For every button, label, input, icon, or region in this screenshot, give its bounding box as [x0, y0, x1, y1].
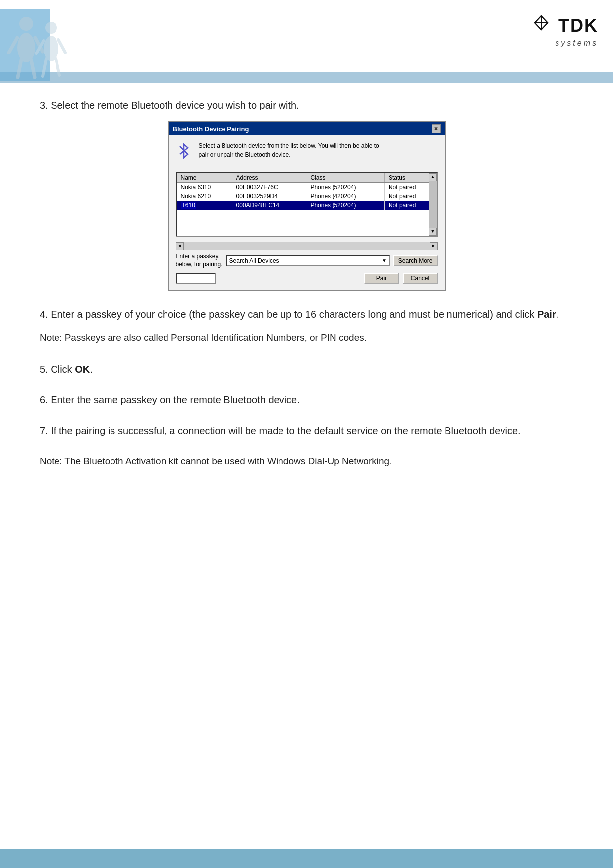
cell-col-1: 00E00327F76C — [232, 183, 306, 192]
step-6: 6. Enter the same passkey on the remote … — [40, 392, 573, 407]
step-3: 3. Select the remote Bluetooth device yo… — [40, 98, 573, 291]
cell-col-2: Phones (520204) — [306, 183, 385, 192]
svg-line-4 — [18, 60, 21, 77]
cell-col-0: Nokia 6210 — [177, 192, 232, 201]
scroll-up-button[interactable]: ▲ — [429, 173, 437, 181]
tdk-logo-icon — [527, 14, 556, 38]
svg-line-9 — [58, 40, 65, 53]
dialog-box-container: Bluetooth Device Pairing × — [168, 121, 446, 291]
dialog-close-button[interactable]: × — [432, 124, 441, 133]
step-4-number: 4. — [40, 309, 51, 320]
step-7-number: 7. — [40, 425, 51, 436]
search-more-button[interactable]: Search More — [393, 255, 438, 266]
tdk-logo: TDK — [527, 14, 598, 38]
step-6-number: 6. — [40, 394, 51, 405]
dialog-title-text: Bluetooth Device Pairing — [173, 125, 249, 133]
dialog-titlebar: Bluetooth Device Pairing × — [169, 122, 445, 135]
step-5-prefix: Click — [51, 364, 75, 375]
page-header: TDK systems — [0, 0, 613, 72]
cell-col-2: Phones (520204) — [306, 201, 385, 210]
table-row[interactable]: Nokia 631000E00327F76CPhones (520204)Not… — [177, 183, 437, 192]
col-name: Name — [177, 173, 232, 183]
cell-col-0: T610 — [177, 201, 232, 210]
step-4-note: Note: Passkeys are also called Personal … — [40, 330, 573, 345]
cell-col-2: Phones (420204) — [306, 192, 385, 201]
dialog-device-table[interactable]: Name Address Class Status Nokia 631000E0… — [176, 172, 438, 237]
col-class: Class — [306, 173, 385, 183]
svg-point-0 — [19, 17, 33, 31]
tdk-systems-text: systems — [555, 39, 598, 48]
device-list-table: Name Address Class Status Nokia 631000E0… — [177, 173, 437, 210]
pair-button[interactable]: Pair — [364, 273, 399, 284]
cell-col-1: 000AD948EC14 — [232, 201, 306, 210]
passkey-input[interactable] — [176, 273, 216, 284]
dropdown-arrow-icon: ▼ — [382, 258, 387, 263]
step-6-text: 6. Enter the same passkey on the remote … — [40, 392, 573, 407]
step-5: 5. Click OK. — [40, 362, 573, 377]
main-content: 3. Select the remote Bluetooth device yo… — [0, 98, 613, 469]
header-logo-right: TDK systems — [527, 9, 598, 48]
dialog-info-text: Select a Bluetooth device from the list … — [199, 141, 379, 159]
pair-btn-label: Pair — [376, 275, 387, 282]
scroll-down-button[interactable]: ▼ — [429, 228, 437, 236]
tdk-brand-text: TDK — [558, 15, 598, 36]
step-7-text: 7. If the pairing is successful, a conne… — [40, 423, 573, 438]
step-4-text: 4. Enter a passkey of your choice (the p… — [40, 307, 573, 322]
step-4: 4. Enter a passkey of your choice (the p… — [40, 307, 573, 345]
cancel-button[interactable]: Cancel — [403, 273, 438, 284]
bluetooth-dialog: Bluetooth Device Pairing × — [168, 121, 446, 291]
table-header-row: Name Address Class Status — [177, 173, 437, 183]
step-3-number: 3. — [40, 100, 51, 110]
scroll-right-button[interactable]: ► — [430, 242, 438, 250]
table-scrollbar-horizontal[interactable]: ◄ ► — [176, 242, 438, 250]
step-5-text: 5. Click OK. — [40, 362, 573, 377]
search-dropdown-text: Search All Devices — [229, 257, 279, 264]
bluetooth-icon — [176, 141, 194, 165]
col-address: Address — [232, 173, 306, 183]
svg-line-2 — [9, 38, 17, 53]
cancel-btn-label: Cancel — [411, 275, 429, 282]
table-scrollbar-vertical[interactable]: ▲ ▼ — [429, 173, 437, 236]
cell-col-1: 00E0032529D4 — [232, 192, 306, 201]
bottom-note: Note: The Bluetooth Activation kit canno… — [40, 454, 573, 469]
dialog-info-row: Select a Bluetooth device from the list … — [176, 141, 438, 165]
svg-line-5 — [31, 60, 35, 77]
header-figure-icon — [4, 13, 73, 80]
dialog-body: Select a Bluetooth device from the list … — [169, 135, 445, 290]
svg-line-10 — [43, 59, 46, 76]
step-7: 7. If the pairing is successful, a conne… — [40, 423, 573, 438]
step-5-bold: OK — [75, 364, 90, 375]
passkey-label: Enter a passkey,below, for pairing. — [176, 253, 223, 268]
cell-col-0: Nokia 6310 — [177, 183, 232, 192]
scroll-track — [184, 242, 430, 250]
scroll-left-button[interactable]: ◄ — [176, 242, 184, 250]
step-5-number: 5. — [40, 364, 51, 375]
table-row[interactable]: Nokia 621000E0032529D4Phones (420204)Not… — [177, 192, 437, 201]
header-logo-left — [0, 9, 99, 81]
dialog-controls-row1: Enter a passkey,below, for pairing. Sear… — [176, 253, 438, 268]
table-row[interactable]: T610000AD948EC14Phones (520204)Not paire… — [177, 201, 437, 210]
search-dropdown[interactable]: Search All Devices ▼ — [226, 255, 390, 266]
svg-line-11 — [56, 59, 59, 75]
step-3-text: 3. Select the remote Bluetooth device yo… — [40, 98, 573, 112]
dialog-controls-row2: Pair Cancel — [176, 272, 438, 284]
svg-point-1 — [17, 33, 35, 62]
svg-point-6 — [45, 22, 57, 34]
footer-bar — [0, 849, 613, 868]
